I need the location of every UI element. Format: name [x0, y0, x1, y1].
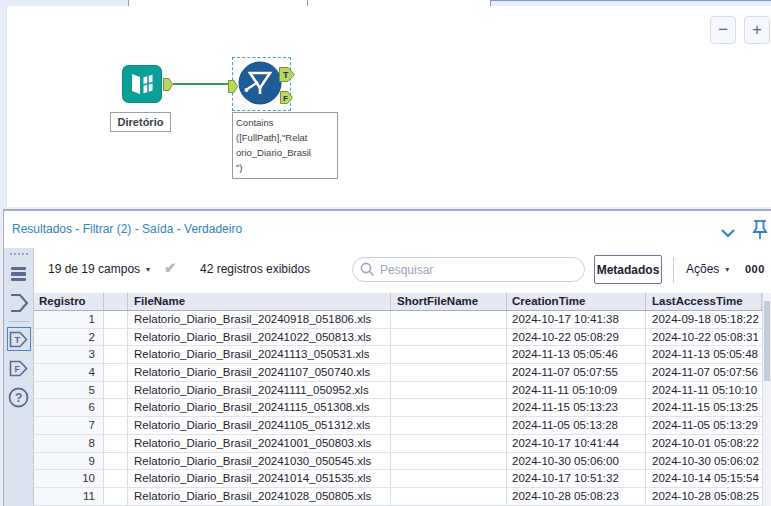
- cell-lastaccesstime[interactable]: 2024-11-13 05:05:48: [646, 346, 762, 363]
- scrollbar-thumb[interactable]: [764, 301, 770, 381]
- cell-filename[interactable]: Relatorio_Diario_Brasil_20241014_051535.…: [128, 470, 391, 487]
- cell-shortfilename[interactable]: [391, 382, 507, 399]
- cell-registro[interactable]: 3: [34, 346, 104, 363]
- directory-book-icon: [122, 65, 162, 103]
- cell-gutter[interactable]: [104, 417, 128, 434]
- cell-lastaccesstime[interactable]: 2024-10-28 05:08:25: [646, 488, 762, 505]
- cell-gutter[interactable]: [104, 382, 128, 399]
- cell-creationtime[interactable]: 2024-10-17 10:41:38: [507, 311, 646, 328]
- cell-filename[interactable]: Relatorio_Diario_Brasil_20241028_050805.…: [128, 488, 391, 505]
- cell-lastaccesstime[interactable]: 2024-10-30 05:06:02: [646, 453, 762, 470]
- cell-registro[interactable]: 11: [34, 488, 104, 505]
- cell-registro[interactable]: 1: [34, 311, 104, 328]
- cell-shortfilename[interactable]: [391, 470, 507, 487]
- cell-filename[interactable]: Relatorio_Diario_Brasil_20241113_050531.…: [128, 346, 391, 363]
- cell-lastaccesstime[interactable]: 2024-11-07 05:07:56: [646, 364, 762, 381]
- cell-filename[interactable]: Relatorio_Diario_Brasil_20241115_051308.…: [128, 399, 391, 416]
- directory-output-anchor[interactable]: [163, 77, 173, 95]
- cell-filename[interactable]: Relatorio_Diario_Brasil_20240918_051806.…: [128, 311, 391, 328]
- cell-shortfilename[interactable]: [391, 417, 507, 434]
- column-header-registro[interactable]: Registro: [34, 293, 104, 310]
- false-anchor-button[interactable]: F: [7, 356, 31, 380]
- column-header-creationtime[interactable]: CreationTime: [507, 293, 646, 310]
- cell-filename[interactable]: Relatorio_Diario_Brasil_20241107_050740.…: [128, 364, 391, 381]
- cell-lastaccesstime[interactable]: 2024-09-18 05:18:22: [646, 311, 762, 328]
- cell-shortfilename[interactable]: [391, 364, 507, 381]
- cell-creationtime[interactable]: 2024-10-30 05:06:00: [507, 453, 646, 470]
- cell-registro[interactable]: 10: [34, 470, 104, 487]
- cell-creationtime[interactable]: 2024-10-28 05:08:23: [507, 488, 646, 505]
- metadata-button[interactable]: Metadados: [594, 255, 662, 284]
- cell-gutter[interactable]: [104, 453, 128, 470]
- cell-creationtime[interactable]: 2024-10-22 05:08:29: [507, 329, 646, 346]
- cell-gutter[interactable]: [104, 470, 128, 487]
- actions-dropdown[interactable]: Ações▾: [686, 262, 729, 276]
- cell-registro[interactable]: 4: [34, 364, 104, 381]
- cell-shortfilename[interactable]: [391, 399, 507, 416]
- cell-lastaccesstime[interactable]: 2024-11-11 05:10:10: [646, 382, 762, 399]
- fields-dropdown[interactable]: 19 de 19 campos▾: [48, 262, 150, 276]
- cell-registro[interactable]: 9: [34, 453, 104, 470]
- cell-registro[interactable]: 6: [34, 399, 104, 416]
- cell-filename[interactable]: Relatorio_Diario_Brasil_20241030_050545.…: [128, 453, 391, 470]
- cell-shortfilename[interactable]: [391, 311, 507, 328]
- cell-creationtime[interactable]: 2024-10-17 10:51:32: [507, 470, 646, 487]
- cell-creationtime[interactable]: 2024-11-07 05:07:55: [507, 364, 646, 381]
- filter-false-output-anchor[interactable]: F: [280, 90, 293, 108]
- cell-viewer-toggle[interactable]: 000: [745, 263, 765, 275]
- cell-gutter[interactable]: [104, 399, 128, 416]
- cell-shortfilename[interactable]: [391, 488, 507, 505]
- cell-registro[interactable]: 2: [34, 329, 104, 346]
- filter-annotation[interactable]: Contains ([FullPath],"Relat orio_Diario_…: [232, 112, 338, 179]
- zoom-out-button[interactable]: −: [710, 16, 736, 44]
- cell-shortfilename[interactable]: [391, 346, 507, 363]
- pin-icon[interactable]: [751, 219, 769, 245]
- cell-filename[interactable]: Relatorio_Diario_Brasil_20241105_051312.…: [128, 417, 391, 434]
- filter-tool[interactable]: [238, 61, 282, 105]
- drag-handle[interactable]: [10, 251, 28, 257]
- connection-wire[interactable]: [173, 83, 231, 85]
- search-input[interactable]: [352, 257, 585, 282]
- filter-true-output-anchor[interactable]: T: [279, 67, 295, 86]
- cell-gutter[interactable]: [104, 329, 128, 346]
- cell-shortfilename[interactable]: [391, 435, 507, 452]
- cell-lastaccesstime[interactable]: 2024-11-05 05:13:29: [646, 417, 762, 434]
- cell-lastaccesstime[interactable]: 2024-10-14 05:15:54: [646, 470, 762, 487]
- cell-registro[interactable]: 7: [34, 417, 104, 434]
- column-header-lastaccesstime[interactable]: LastAccessTime: [646, 293, 762, 310]
- workflow-canvas[interactable]: Diretório T F: [6, 6, 771, 207]
- cell-filename[interactable]: Relatorio_Diario_Brasil_20241001_050803.…: [128, 435, 391, 452]
- true-anchor-button[interactable]: T: [7, 327, 31, 351]
- cell-gutter[interactable]: [104, 346, 128, 363]
- cell-filename[interactable]: Relatorio_Diario_Brasil_20241022_050813.…: [128, 329, 391, 346]
- cell-lastaccesstime[interactable]: 2024-10-22 05:08:31: [646, 329, 762, 346]
- column-header-filename[interactable]: FileName: [128, 293, 391, 310]
- cell-lastaccesstime[interactable]: 2024-11-15 05:13:25: [646, 399, 762, 416]
- cell-shortfilename[interactable]: [391, 453, 507, 470]
- cell-filename[interactable]: Relatorio_Diario_Brasil_20241111_050952.…: [128, 382, 391, 399]
- cell-gutter[interactable]: [104, 364, 128, 381]
- cell-creationtime[interactable]: 2024-11-15 05:13:23: [507, 399, 646, 416]
- cell-registro[interactable]: 5: [34, 382, 104, 399]
- cell-lastaccesstime[interactable]: 2024-10-01 05:08:22: [646, 435, 762, 452]
- cell-registro[interactable]: 8: [34, 435, 104, 452]
- collapse-chevron-icon[interactable]: [721, 224, 735, 242]
- cell-shortfilename[interactable]: [391, 329, 507, 346]
- column-header-shortfilename[interactable]: ShortFileName: [391, 293, 507, 310]
- cell-gutter[interactable]: [104, 311, 128, 328]
- zoom-in-button[interactable]: +: [744, 16, 770, 44]
- table-row: 6Relatorio_Diario_Brasil_20241115_051308…: [34, 399, 762, 417]
- cell-creationtime[interactable]: 2024-10-17 10:41:44: [507, 435, 646, 452]
- cell-creationtime[interactable]: 2024-11-11 05:10:09: [507, 382, 646, 399]
- cell-gutter[interactable]: [104, 435, 128, 452]
- vertical-scrollbar[interactable]: [762, 293, 771, 506]
- data-grid-button[interactable]: [7, 262, 31, 286]
- help-button[interactable]: ?: [7, 385, 31, 409]
- cell-creationtime[interactable]: 2024-11-05 05:13:28: [507, 417, 646, 434]
- column-header-gutter[interactable]: [104, 293, 128, 310]
- directory-tool[interactable]: [122, 65, 162, 103]
- cell-creationtime[interactable]: 2024-11-13 05:05:46: [507, 346, 646, 363]
- cell-gutter[interactable]: [104, 488, 128, 505]
- filter-input-anchor[interactable]: [228, 79, 238, 97]
- input-connection-button[interactable]: [7, 291, 31, 315]
